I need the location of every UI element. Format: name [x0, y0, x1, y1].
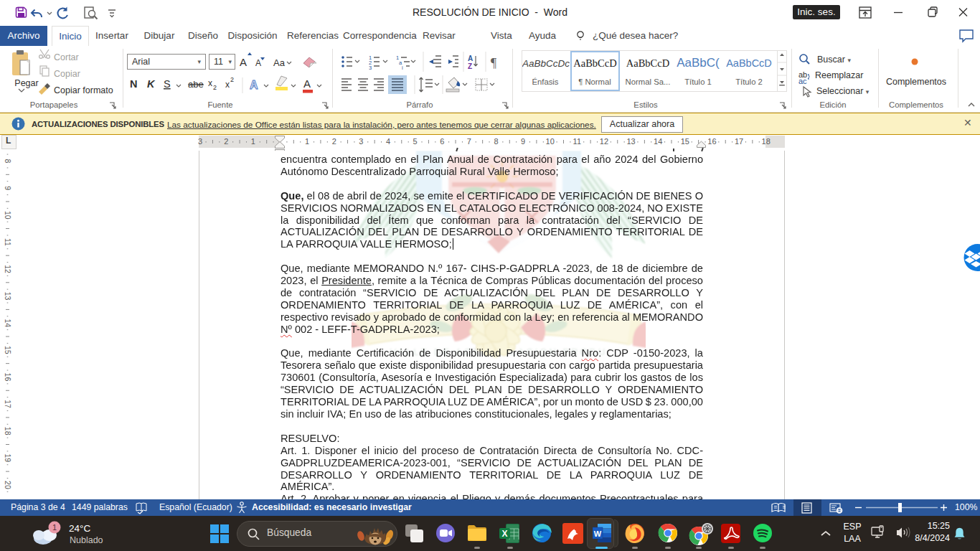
svg-text:i: i [402, 65, 403, 71]
svg-text:1: 1 [305, 137, 309, 146]
svg-text:15: 15 [681, 137, 689, 146]
svg-text:S: S [164, 78, 171, 90]
svg-text:17: 17 [735, 137, 743, 146]
svg-text:8: 8 [4, 159, 12, 164]
svg-text:13: 13 [626, 137, 635, 146]
svg-text:11: 11 [573, 137, 581, 146]
svg-text:9: 9 [521, 137, 525, 146]
svg-text:A: A [303, 77, 311, 90]
svg-text:16: 16 [707, 137, 716, 146]
svg-text:3: 3 [198, 137, 202, 146]
svg-text:2: 2 [213, 84, 217, 91]
svg-text:14: 14 [654, 137, 662, 146]
svg-text:17: 17 [4, 400, 12, 408]
svg-text:1: 1 [52, 523, 57, 532]
svg-text:A: A [240, 56, 247, 68]
svg-text:11: 11 [4, 238, 12, 246]
svg-text:6: 6 [440, 137, 444, 146]
svg-text:Z: Z [468, 62, 472, 70]
svg-text:10: 10 [546, 137, 555, 146]
svg-text:abe: abe [188, 79, 204, 90]
svg-text:A: A [250, 79, 258, 91]
svg-text:Aa: Aa [273, 57, 286, 68]
svg-text:7: 7 [467, 137, 471, 146]
svg-text:x: x [225, 80, 230, 90]
svg-text:4: 4 [386, 137, 390, 146]
svg-text:14: 14 [4, 319, 12, 327]
svg-text:18: 18 [4, 427, 12, 435]
svg-text:2: 2 [332, 137, 336, 146]
svg-text:15: 15 [4, 346, 12, 354]
svg-text:18: 18 [762, 137, 771, 146]
svg-text:ac: ac [798, 77, 807, 85]
svg-text:1: 1 [251, 137, 255, 146]
svg-text:12: 12 [600, 137, 608, 146]
svg-text:20: 20 [4, 481, 12, 489]
svg-text:x: x [208, 78, 212, 88]
svg-text:19: 19 [4, 453, 12, 462]
svg-text:K: K [147, 78, 156, 90]
svg-text:12: 12 [4, 265, 12, 273]
svg-text:9: 9 [4, 186, 12, 190]
svg-text:A: A [468, 55, 473, 62]
svg-text:3: 3 [359, 137, 363, 146]
svg-text:A: A [255, 58, 261, 68]
svg-text:N: N [130, 78, 137, 90]
svg-text:5: 5 [413, 137, 418, 146]
svg-text:2: 2 [224, 137, 228, 146]
svg-text:2: 2 [230, 76, 234, 83]
svg-text:¶: ¶ [491, 56, 496, 70]
svg-text:16: 16 [4, 373, 12, 382]
svg-text:13: 13 [4, 292, 12, 301]
svg-text:X: X [501, 529, 507, 539]
svg-text:10: 10 [4, 211, 12, 220]
svg-text:3: 3 [369, 65, 372, 71]
svg-text:W: W [594, 529, 602, 538]
svg-text:8: 8 [494, 137, 498, 146]
